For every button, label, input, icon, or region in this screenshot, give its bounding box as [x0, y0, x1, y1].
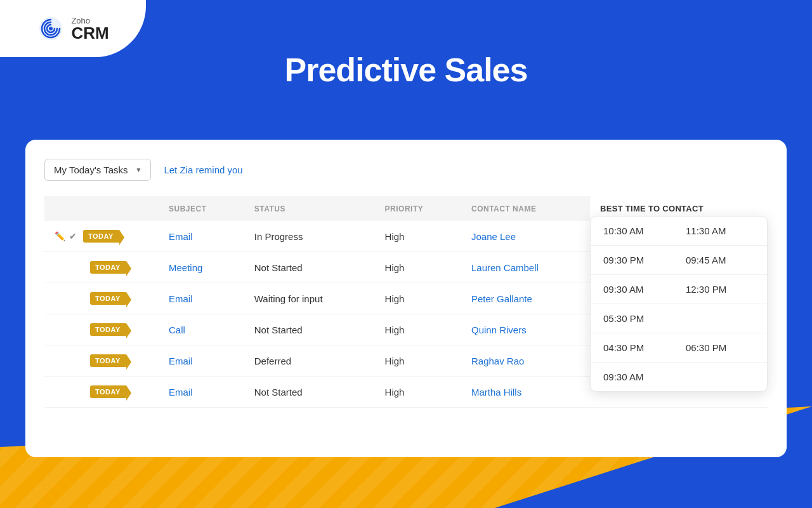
chevron-down-icon: ▼	[136, 166, 142, 173]
row-status: Deferred	[244, 345, 375, 377]
time-value: 09:30 AM	[603, 371, 660, 382]
time-value: 04:30 PM	[603, 342, 660, 353]
row-actions: ✏️ ✔	[55, 231, 77, 241]
time-value: 09:45 AM	[686, 255, 743, 265]
row-subject: Email	[159, 377, 244, 408]
toolbar: My Today's Tasks ▼ Let Zia remind you	[44, 159, 768, 181]
contact-link[interactable]: Lauren Cambell	[471, 262, 539, 273]
svg-point-0	[49, 27, 53, 30]
today-badge: TODAY	[90, 385, 127, 398]
subject-link[interactable]: Email	[169, 356, 193, 366]
check-icon[interactable]: ✔	[69, 231, 77, 241]
edit-icon[interactable]: ✏️	[55, 231, 65, 241]
time-value: 09:30 PM	[603, 255, 660, 265]
crm-label: CRM	[71, 25, 108, 41]
row-first-col: TODAY	[44, 345, 159, 377]
row-first-col: ✏️ ✔ TODAY	[44, 221, 159, 252]
time-value: 10:30 AM	[603, 225, 660, 236]
time-row: 04:30 PM06:30 PM	[591, 333, 767, 363]
col-header-priority: PRIORITY	[375, 196, 461, 221]
page-title-wrap: Predictive Sales	[0, 51, 812, 89]
today-badge: TODAY	[90, 323, 127, 336]
time-value: 06:30 PM	[686, 342, 743, 353]
time-value: 11:30 AM	[686, 225, 743, 236]
row-subject: Email	[159, 345, 244, 377]
row-first-col: TODAY	[44, 252, 159, 283]
row-contact: Raghav Rao	[461, 345, 590, 377]
row-status: In Progress	[244, 221, 375, 252]
contact-link[interactable]: Martha Hills	[471, 387, 521, 398]
row-first-col: TODAY	[44, 314, 159, 345]
logo-text: Zoho CRM	[71, 17, 108, 41]
col-header-contact: CONTACT NAME	[461, 196, 590, 221]
row-status: Not Started	[244, 252, 375, 283]
zoho-crm-icon	[37, 15, 65, 43]
time-row: 10:30 AM11:30 AM	[591, 217, 767, 246]
today-badge: TODAY	[90, 292, 127, 305]
today-badge: TODAY	[83, 230, 120, 243]
row-priority: High	[375, 283, 461, 314]
row-subject: Email	[159, 221, 244, 252]
col-header-actions	[44, 196, 159, 221]
row-first-col: TODAY	[44, 377, 159, 408]
row-contact: Quinn Rivers	[461, 314, 590, 345]
today-badge: TODAY	[90, 261, 127, 274]
page-title: Predictive Sales	[0, 51, 812, 89]
row-contact: Joane Lee	[461, 221, 590, 252]
row-contact: Martha Hills	[461, 377, 590, 408]
row-first-col: TODAY	[44, 283, 159, 314]
tasks-dropdown-label: My Today's Tasks	[54, 164, 128, 175]
time-row: 09:30 PM09:45 AM	[591, 246, 767, 275]
time-row: 09:30 AM	[591, 363, 767, 391]
subject-link[interactable]: Call	[169, 324, 185, 335]
row-priority: High	[375, 345, 461, 377]
row-priority: High	[375, 221, 461, 252]
contact-link[interactable]: Quinn Rivers	[471, 324, 527, 335]
col-header-subject: SUBJECT	[159, 196, 244, 221]
row-priority: High	[375, 377, 461, 408]
row-contact: Lauren Cambell	[461, 252, 590, 283]
subject-link[interactable]: Email	[169, 293, 193, 304]
time-value: 12:30 PM	[686, 284, 743, 295]
row-status: Waiting for input	[244, 283, 375, 314]
row-status: Not Started	[244, 377, 375, 408]
time-row: 05:30 PM	[591, 304, 767, 333]
subject-link[interactable]: Meeting	[169, 262, 202, 273]
contact-link[interactable]: Raghav Rao	[471, 356, 524, 366]
row-priority: High	[375, 252, 461, 283]
col-header-status: STATUS	[244, 196, 375, 221]
time-row: 09:30 AM12:30 PM	[591, 275, 767, 304]
row-status: Not Started	[244, 314, 375, 345]
subject-link[interactable]: Email	[169, 387, 193, 398]
tasks-dropdown[interactable]: My Today's Tasks ▼	[44, 159, 151, 181]
time-value: 05:30 PM	[603, 313, 660, 324]
contact-link[interactable]: Peter Gallante	[471, 293, 532, 304]
row-subject: Call	[159, 314, 244, 345]
row-priority: High	[375, 314, 461, 345]
contact-link[interactable]: Joane Lee	[471, 231, 516, 242]
best-time-popup: 10:30 AM11:30 AM09:30 PM09:45 AM09:30 AM…	[590, 216, 768, 392]
zia-remind-link[interactable]: Let Zia remind you	[164, 164, 242, 175]
time-value: 09:30 AM	[603, 284, 660, 295]
row-subject: Email	[159, 283, 244, 314]
row-contact: Peter Gallante	[461, 283, 590, 314]
main-card: My Today's Tasks ▼ Let Zia remind you SU…	[25, 140, 787, 457]
row-subject: Meeting	[159, 252, 244, 283]
subject-link[interactable]: Email	[169, 231, 193, 242]
today-badge: TODAY	[90, 354, 127, 367]
